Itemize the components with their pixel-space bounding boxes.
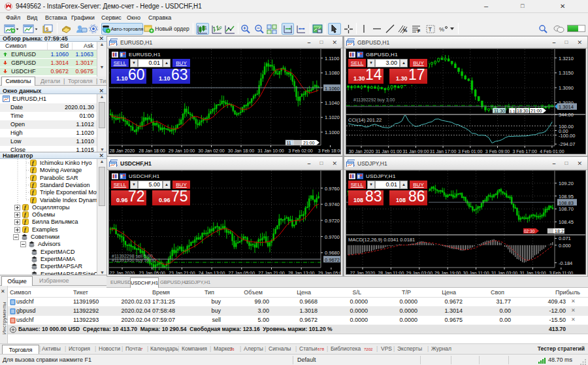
svg-text:344.00: 344.00 [559, 112, 574, 118]
svg-text:21:00: 21:00 [531, 109, 542, 113]
svg-text:-0.184: -0.184 [559, 260, 572, 266]
svg-text:108.45: 108.45 [559, 219, 574, 225]
svg-text:4 Feb 01:00: 4 Feb 01:00 [540, 149, 564, 154]
svg-text:29 Jan 19:00: 29 Jan 19:00 [434, 271, 461, 275]
svg-text:29 Jan 03:00: 29 Jan 03:00 [406, 271, 433, 275]
svg-text:31 Jan 17:00: 31 Jan 17:00 [430, 149, 457, 154]
svg-text:1.3150: 1.3150 [559, 70, 574, 76]
svg-text:0.9740: 0.9740 [325, 201, 340, 207]
svg-text:CCI(14) 201.22: CCI(14) 201.22 [348, 117, 382, 123]
svg-text:1.1000: 1.1000 [325, 130, 340, 135]
svg-text:30 Jan 2020: 30 Jan 2020 [349, 149, 374, 154]
svg-text:1.1060: 1.1060 [325, 86, 340, 92]
svg-text:1.3090: 1.3090 [559, 85, 574, 91]
svg-text:18:21: 18:21 [555, 229, 566, 234]
svg-text:29 Jan 05:00: 29 Jan 05:00 [318, 271, 341, 275]
svg-text:28 Jan 2020: 28 Jan 2020 [110, 148, 135, 153]
svg-text:27 Jan 05:00: 27 Jan 05:00 [229, 271, 255, 275]
svg-text:28 Jan 11:00: 28 Jan 11:00 [378, 271, 404, 275]
svg-text:22 Jan 2020: 22 Jan 2020 [110, 271, 135, 275]
svg-text:23 Jan 05:00: 23 Jan 05:00 [139, 271, 165, 275]
svg-text:29 Jan 10:00: 29 Jan 10:00 [169, 148, 195, 153]
svg-text:-294.07: -294.07 [559, 141, 575, 147]
svg-text:23 Jan 21:00: 23 Jan 21:00 [169, 271, 195, 275]
svg-text:#11392292 buy 3.00: #11392292 buy 3.00 [353, 97, 395, 103]
svg-text:0.9672: 0.9672 [325, 257, 340, 263]
svg-text:11:30: 11:30 [494, 109, 505, 113]
svg-text:31 Jan 01:00: 31 Jan 01:00 [375, 149, 402, 154]
svg-text:#11391950 buy 99.00: #11391950 buy 99.00 [112, 258, 155, 263]
svg-text:3 Feb 11:00: 3 Feb 11:00 [549, 271, 573, 275]
svg-text:28 Jan 13:00: 28 Jan 13:00 [288, 271, 315, 275]
svg-text:30 Jan 18:00: 30 Jan 18:00 [228, 148, 255, 153]
svg-text:0.071: 0.071 [559, 235, 571, 241]
svg-text:27 Jan 2020: 27 Jan 2020 [350, 271, 376, 275]
svg-text:11: 11 [287, 141, 291, 145]
svg-text:1.1040: 1.1040 [325, 100, 340, 106]
svg-text:-100.00: -100.00 [559, 133, 575, 139]
svg-text:1.1020: 1.1020 [325, 114, 340, 120]
svg-text:%: % [439, 26, 444, 33]
svg-text:30 Jan 11:00: 30 Jan 11:00 [463, 271, 489, 275]
svg-text:%: % [403, 28, 408, 33]
svg-text:21:00: 21:00 [303, 141, 315, 145]
svg-text:1.1080: 1.1080 [325, 70, 340, 76]
svg-text:0.9680: 0.9680 [325, 250, 340, 256]
svg-text:1 1: 1 1 [510, 109, 515, 113]
svg-text:18:30: 18:30 [517, 109, 529, 113]
svg-text:31 Jan 19:00: 31 Jan 19:00 [519, 271, 546, 275]
svg-text:$: $ [46, 26, 49, 31]
svg-text:3 Feb 01:00: 3 Feb 01:00 [458, 149, 482, 154]
svg-text:02:30: 02:30 [524, 229, 535, 234]
svg-text:1: 1 [204, 26, 207, 30]
svg-text:T: T [429, 26, 433, 33]
svg-text:0: 0 [220, 26, 222, 29]
svg-text:27 Jan 21:00: 27 Jan 21:00 [258, 271, 285, 275]
svg-text:F: F [417, 29, 421, 33]
svg-text:MACD(12,26,9) 0.0341 0.0181: MACD(12,26,9) 0.0341 0.0181 [348, 237, 415, 243]
svg-text:108.95: 108.95 [559, 194, 574, 200]
svg-text:31 Jan 09:00: 31 Jan 09:00 [402, 149, 429, 154]
svg-text:24 Jan 13:00: 24 Jan 13:00 [199, 271, 225, 275]
svg-text:3 Feb 09:00: 3 Feb 09:00 [485, 149, 510, 154]
svg-text:30 Jan 02:00: 30 Jan 02:00 [198, 148, 225, 153]
svg-text:1.1100: 1.1100 [325, 56, 339, 61]
svg-text:109.20: 109.20 [559, 181, 574, 186]
svg-text:31 Jan 10:00: 31 Jan 10:00 [257, 148, 284, 153]
svg-text:3 Feb 18:00: 3 Feb 18:00 [318, 148, 341, 153]
svg-text:28 Jan 18:00: 28 Jan 18:00 [139, 148, 165, 153]
svg-text:1.3014: 1.3014 [559, 104, 574, 110]
svg-text:1.3210: 1.3210 [559, 56, 574, 61]
svg-text:0.000: 0.000 [559, 243, 571, 249]
svg-text:0.9700: 0.9700 [325, 234, 340, 240]
svg-text:108.70: 108.70 [559, 206, 574, 212]
svg-text:0.9720: 0.9720 [325, 218, 340, 224]
svg-text:3 Feb 02:00: 3 Feb 02:00 [288, 148, 312, 153]
svg-text:0.9760: 0.9760 [325, 186, 340, 192]
svg-text:108.83: 108.83 [559, 200, 574, 206]
svg-text:31 Jan 03:00: 31 Jan 03:00 [491, 271, 518, 275]
svg-text:3 Feb 17:00: 3 Feb 17:00 [513, 149, 537, 154]
